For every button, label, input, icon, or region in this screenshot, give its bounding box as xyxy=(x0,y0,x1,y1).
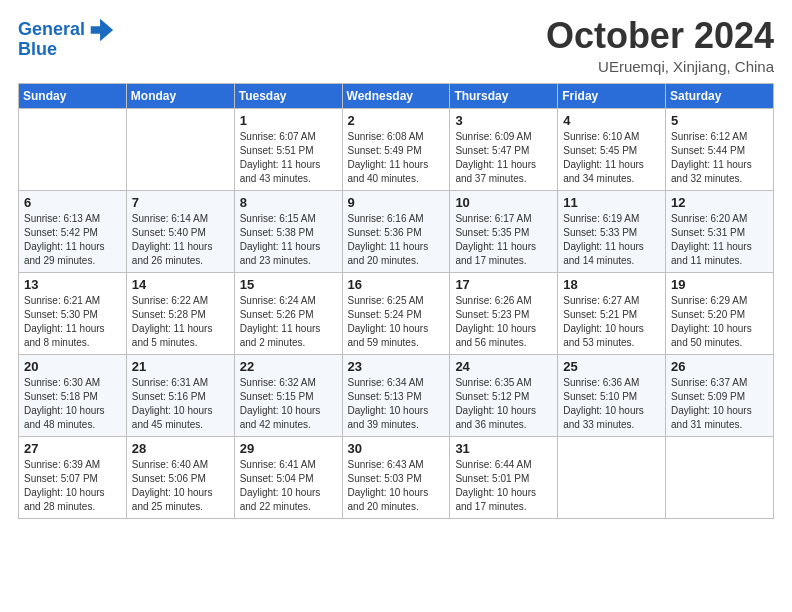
calendar-cell xyxy=(666,436,774,518)
cell-content: Sunrise: 6:37 AMSunset: 5:09 PMDaylight:… xyxy=(671,376,768,432)
calendar-cell: 4Sunrise: 6:10 AMSunset: 5:45 PMDaylight… xyxy=(558,108,666,190)
calendar-cell: 16Sunrise: 6:25 AMSunset: 5:24 PMDayligh… xyxy=(342,272,450,354)
calendar-cell: 13Sunrise: 6:21 AMSunset: 5:30 PMDayligh… xyxy=(19,272,127,354)
day-number: 21 xyxy=(132,359,229,374)
day-number: 22 xyxy=(240,359,337,374)
calendar-cell: 10Sunrise: 6:17 AMSunset: 5:35 PMDayligh… xyxy=(450,190,558,272)
calendar-cell: 20Sunrise: 6:30 AMSunset: 5:18 PMDayligh… xyxy=(19,354,127,436)
day-number: 20 xyxy=(24,359,121,374)
logo: General Blue xyxy=(18,16,115,60)
day-header-thursday: Thursday xyxy=(450,83,558,108)
cell-content: Sunrise: 6:34 AMSunset: 5:13 PMDaylight:… xyxy=(348,376,445,432)
month-title: October 2024 xyxy=(546,16,774,56)
cell-content: Sunrise: 6:22 AMSunset: 5:28 PMDaylight:… xyxy=(132,294,229,350)
calendar-cell: 5Sunrise: 6:12 AMSunset: 5:44 PMDaylight… xyxy=(666,108,774,190)
calendar-cell: 7Sunrise: 6:14 AMSunset: 5:40 PMDaylight… xyxy=(126,190,234,272)
day-number: 7 xyxy=(132,195,229,210)
calendar-cell xyxy=(126,108,234,190)
calendar-cell: 2Sunrise: 6:08 AMSunset: 5:49 PMDaylight… xyxy=(342,108,450,190)
calendar-cell: 8Sunrise: 6:15 AMSunset: 5:38 PMDaylight… xyxy=(234,190,342,272)
day-number: 30 xyxy=(348,441,445,456)
day-number: 13 xyxy=(24,277,121,292)
day-number: 8 xyxy=(240,195,337,210)
calendar-cell: 23Sunrise: 6:34 AMSunset: 5:13 PMDayligh… xyxy=(342,354,450,436)
calendar-week-row: 1Sunrise: 6:07 AMSunset: 5:51 PMDaylight… xyxy=(19,108,774,190)
cell-content: Sunrise: 6:27 AMSunset: 5:21 PMDaylight:… xyxy=(563,294,660,350)
calendar-cell: 26Sunrise: 6:37 AMSunset: 5:09 PMDayligh… xyxy=(666,354,774,436)
day-number: 17 xyxy=(455,277,552,292)
day-header-wednesday: Wednesday xyxy=(342,83,450,108)
calendar-cell: 30Sunrise: 6:43 AMSunset: 5:03 PMDayligh… xyxy=(342,436,450,518)
location: UEruemqi, Xinjiang, China xyxy=(546,58,774,75)
cell-content: Sunrise: 6:44 AMSunset: 5:01 PMDaylight:… xyxy=(455,458,552,514)
day-number: 29 xyxy=(240,441,337,456)
calendar-cell: 17Sunrise: 6:26 AMSunset: 5:23 PMDayligh… xyxy=(450,272,558,354)
calendar-cell: 12Sunrise: 6:20 AMSunset: 5:31 PMDayligh… xyxy=(666,190,774,272)
calendar-week-row: 27Sunrise: 6:39 AMSunset: 5:07 PMDayligh… xyxy=(19,436,774,518)
cell-content: Sunrise: 6:09 AMSunset: 5:47 PMDaylight:… xyxy=(455,130,552,186)
day-number: 5 xyxy=(671,113,768,128)
day-number: 25 xyxy=(563,359,660,374)
header: General Blue October 2024 UEruemqi, Xinj… xyxy=(18,16,774,75)
logo-icon xyxy=(87,16,115,44)
calendar-cell xyxy=(19,108,127,190)
calendar-week-row: 13Sunrise: 6:21 AMSunset: 5:30 PMDayligh… xyxy=(19,272,774,354)
cell-content: Sunrise: 6:21 AMSunset: 5:30 PMDaylight:… xyxy=(24,294,121,350)
cell-content: Sunrise: 6:31 AMSunset: 5:16 PMDaylight:… xyxy=(132,376,229,432)
cell-content: Sunrise: 6:26 AMSunset: 5:23 PMDaylight:… xyxy=(455,294,552,350)
cell-content: Sunrise: 6:12 AMSunset: 5:44 PMDaylight:… xyxy=(671,130,768,186)
day-header-friday: Friday xyxy=(558,83,666,108)
cell-content: Sunrise: 6:29 AMSunset: 5:20 PMDaylight:… xyxy=(671,294,768,350)
cell-content: Sunrise: 6:36 AMSunset: 5:10 PMDaylight:… xyxy=(563,376,660,432)
day-number: 12 xyxy=(671,195,768,210)
calendar-cell: 14Sunrise: 6:22 AMSunset: 5:28 PMDayligh… xyxy=(126,272,234,354)
cell-content: Sunrise: 6:17 AMSunset: 5:35 PMDaylight:… xyxy=(455,212,552,268)
cell-content: Sunrise: 6:20 AMSunset: 5:31 PMDaylight:… xyxy=(671,212,768,268)
day-number: 19 xyxy=(671,277,768,292)
cell-content: Sunrise: 6:13 AMSunset: 5:42 PMDaylight:… xyxy=(24,212,121,268)
calendar-cell: 19Sunrise: 6:29 AMSunset: 5:20 PMDayligh… xyxy=(666,272,774,354)
day-number: 4 xyxy=(563,113,660,128)
cell-content: Sunrise: 6:15 AMSunset: 5:38 PMDaylight:… xyxy=(240,212,337,268)
calendar-cell: 18Sunrise: 6:27 AMSunset: 5:21 PMDayligh… xyxy=(558,272,666,354)
day-number: 23 xyxy=(348,359,445,374)
calendar-page: General Blue October 2024 UEruemqi, Xinj… xyxy=(0,0,792,612)
day-header-sunday: Sunday xyxy=(19,83,127,108)
calendar-header-row: SundayMondayTuesdayWednesdayThursdayFrid… xyxy=(19,83,774,108)
calendar-cell: 9Sunrise: 6:16 AMSunset: 5:36 PMDaylight… xyxy=(342,190,450,272)
calendar-cell: 31Sunrise: 6:44 AMSunset: 5:01 PMDayligh… xyxy=(450,436,558,518)
day-number: 15 xyxy=(240,277,337,292)
day-number: 14 xyxy=(132,277,229,292)
day-header-tuesday: Tuesday xyxy=(234,83,342,108)
cell-content: Sunrise: 6:40 AMSunset: 5:06 PMDaylight:… xyxy=(132,458,229,514)
cell-content: Sunrise: 6:08 AMSunset: 5:49 PMDaylight:… xyxy=(348,130,445,186)
calendar-cell: 3Sunrise: 6:09 AMSunset: 5:47 PMDaylight… xyxy=(450,108,558,190)
cell-content: Sunrise: 6:14 AMSunset: 5:40 PMDaylight:… xyxy=(132,212,229,268)
calendar-cell: 24Sunrise: 6:35 AMSunset: 5:12 PMDayligh… xyxy=(450,354,558,436)
cell-content: Sunrise: 6:24 AMSunset: 5:26 PMDaylight:… xyxy=(240,294,337,350)
day-number: 27 xyxy=(24,441,121,456)
cell-content: Sunrise: 6:16 AMSunset: 5:36 PMDaylight:… xyxy=(348,212,445,268)
calendar-cell xyxy=(558,436,666,518)
day-number: 2 xyxy=(348,113,445,128)
calendar-cell: 21Sunrise: 6:31 AMSunset: 5:16 PMDayligh… xyxy=(126,354,234,436)
cell-content: Sunrise: 6:32 AMSunset: 5:15 PMDaylight:… xyxy=(240,376,337,432)
day-number: 26 xyxy=(671,359,768,374)
svg-marker-0 xyxy=(91,19,113,41)
day-header-saturday: Saturday xyxy=(666,83,774,108)
calendar-table: SundayMondayTuesdayWednesdayThursdayFrid… xyxy=(18,83,774,519)
calendar-cell: 1Sunrise: 6:07 AMSunset: 5:51 PMDaylight… xyxy=(234,108,342,190)
cell-content: Sunrise: 6:10 AMSunset: 5:45 PMDaylight:… xyxy=(563,130,660,186)
day-number: 9 xyxy=(348,195,445,210)
logo-text: General xyxy=(18,20,85,40)
calendar-cell: 27Sunrise: 6:39 AMSunset: 5:07 PMDayligh… xyxy=(19,436,127,518)
calendar-cell: 11Sunrise: 6:19 AMSunset: 5:33 PMDayligh… xyxy=(558,190,666,272)
day-number: 31 xyxy=(455,441,552,456)
calendar-cell: 15Sunrise: 6:24 AMSunset: 5:26 PMDayligh… xyxy=(234,272,342,354)
cell-content: Sunrise: 6:30 AMSunset: 5:18 PMDaylight:… xyxy=(24,376,121,432)
calendar-cell: 28Sunrise: 6:40 AMSunset: 5:06 PMDayligh… xyxy=(126,436,234,518)
cell-content: Sunrise: 6:41 AMSunset: 5:04 PMDaylight:… xyxy=(240,458,337,514)
logo-blue: Blue xyxy=(18,40,57,60)
calendar-cell: 25Sunrise: 6:36 AMSunset: 5:10 PMDayligh… xyxy=(558,354,666,436)
cell-content: Sunrise: 6:35 AMSunset: 5:12 PMDaylight:… xyxy=(455,376,552,432)
